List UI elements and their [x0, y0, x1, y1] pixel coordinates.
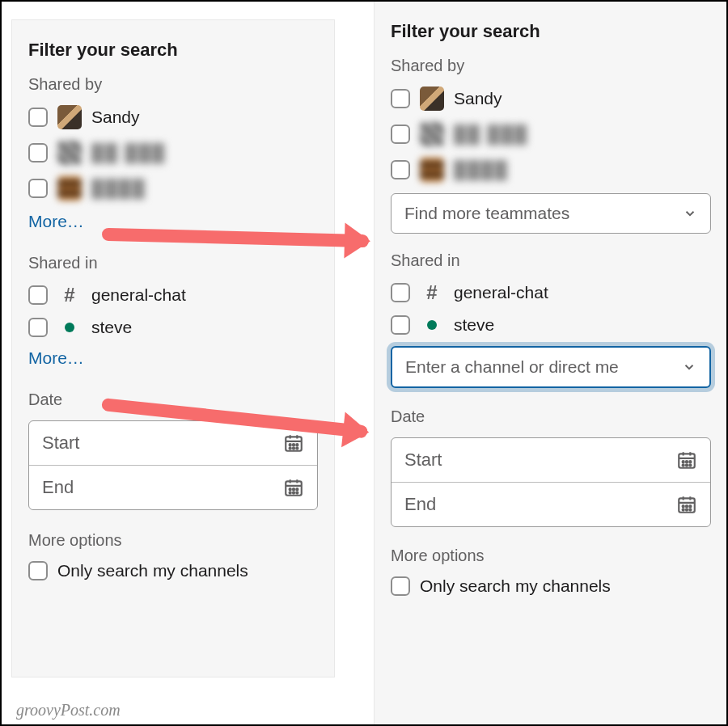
- checkbox[interactable]: [391, 125, 410, 144]
- svg-point-4: [290, 447, 291, 449]
- svg-point-20: [689, 464, 691, 466]
- checkbox[interactable]: [28, 179, 48, 198]
- channel-name: general-chat: [91, 285, 186, 305]
- calendar-icon: [283, 433, 304, 454]
- date-end-input[interactable]: End: [29, 465, 317, 509]
- hash-icon: #: [420, 281, 444, 304]
- checkbox[interactable]: [391, 89, 410, 108]
- checkbox[interactable]: [28, 285, 48, 305]
- checkbox[interactable]: [28, 143, 48, 163]
- date-end-placeholder: End: [42, 477, 74, 498]
- shared-by-label: Shared by: [391, 57, 711, 75]
- svg-point-5: [293, 447, 294, 449]
- checkbox[interactable]: [391, 160, 410, 179]
- chevron-down-icon: [682, 360, 696, 374]
- hash-icon: #: [57, 284, 82, 306]
- person-row[interactable]: Sandy: [391, 87, 711, 111]
- enter-channel-select[interactable]: Enter a channel or direct me: [391, 346, 711, 388]
- presence-dot-icon: [427, 320, 437, 330]
- svg-point-26: [686, 509, 688, 510]
- channel-row[interactable]: # general-chat: [28, 284, 318, 306]
- svg-point-16: [686, 461, 688, 462]
- checkbox[interactable]: [28, 318, 48, 337]
- person-name: Sandy: [454, 89, 502, 108]
- more-channels-link[interactable]: More…: [28, 348, 318, 368]
- calendar-icon: [676, 450, 697, 471]
- channel-name: general-chat: [454, 283, 548, 302]
- date-start-placeholder: Start: [42, 433, 79, 454]
- checkbox[interactable]: [28, 108, 48, 127]
- person-name: Sandy: [91, 108, 140, 127]
- svg-point-6: [296, 447, 298, 449]
- channel-row[interactable]: steve: [28, 318, 318, 337]
- date-start-input[interactable]: Start: [392, 438, 710, 482]
- shared-by-label: Shared by: [28, 75, 318, 94]
- calendar-icon: [676, 494, 697, 515]
- avatar: [57, 105, 82, 129]
- person-row[interactable]: ██ ███: [28, 141, 318, 165]
- filter-panel-collapsed: Filter your search Shared by Sandy ██ ██…: [11, 19, 335, 677]
- svg-point-24: [689, 505, 691, 507]
- avatar: [57, 141, 82, 165]
- svg-point-19: [686, 464, 688, 466]
- filter-panel-expanded: Filter your search Shared by Sandy ██ ██…: [374, 2, 728, 726]
- svg-point-1: [290, 444, 291, 445]
- svg-point-8: [290, 488, 291, 490]
- calendar-icon: [283, 477, 304, 498]
- person-row[interactable]: Sandy: [28, 105, 318, 129]
- more-options-label: More options: [28, 531, 318, 550]
- channel-name: steve: [454, 315, 494, 335]
- checkbox[interactable]: [28, 561, 48, 580]
- svg-point-27: [689, 509, 691, 510]
- only-my-channels-row[interactable]: Only search my channels: [28, 561, 318, 580]
- presence-dot-icon: [65, 323, 74, 332]
- svg-point-23: [686, 505, 688, 507]
- avatar: [420, 87, 444, 111]
- panel-heading: Filter your search: [391, 21, 711, 42]
- date-end-input[interactable]: End: [392, 482, 710, 526]
- date-range-group: Start End: [28, 420, 318, 510]
- svg-point-9: [293, 488, 294, 490]
- svg-point-17: [689, 461, 691, 462]
- more-people-link[interactable]: More…: [28, 212, 318, 231]
- date-end-placeholder: End: [404, 494, 436, 515]
- svg-point-13: [296, 492, 298, 493]
- person-row[interactable]: ████: [391, 158, 711, 182]
- person-row[interactable]: ████: [28, 176, 318, 200]
- more-options-label: More options: [391, 547, 711, 565]
- channel-name: steve: [91, 318, 132, 337]
- checkbox[interactable]: [391, 576, 410, 596]
- svg-point-12: [293, 492, 294, 493]
- channel-row[interactable]: steve: [391, 315, 711, 335]
- person-row[interactable]: ██ ███: [391, 122, 711, 146]
- date-label: Date: [391, 407, 711, 426]
- svg-point-2: [293, 444, 294, 445]
- date-start-placeholder: Start: [404, 450, 442, 471]
- find-more-teammates-select[interactable]: Find more teammates: [391, 193, 711, 234]
- select-placeholder: Enter a channel or direct me: [405, 357, 619, 377]
- checkbox[interactable]: [391, 315, 410, 335]
- only-my-channels-row[interactable]: Only search my channels: [391, 576, 711, 596]
- watermark: groovyPost.com: [16, 701, 121, 720]
- avatar: [420, 122, 444, 146]
- shared-in-label: Shared in: [391, 251, 711, 270]
- svg-point-3: [296, 444, 298, 445]
- shared-in-label: Shared in: [28, 254, 318, 272]
- chevron-down-icon: [683, 206, 697, 221]
- person-name: ████: [91, 179, 146, 198]
- channel-row[interactable]: # general-chat: [391, 281, 711, 304]
- person-name: ██ ███: [454, 125, 528, 144]
- svg-point-10: [296, 488, 298, 490]
- person-name: ██ ███: [91, 143, 166, 163]
- date-range-group: Start End: [391, 437, 711, 527]
- svg-point-22: [683, 505, 684, 507]
- svg-point-18: [683, 464, 684, 466]
- only-my-channels-label: Only search my channels: [420, 576, 611, 596]
- svg-point-25: [683, 509, 684, 510]
- svg-point-15: [683, 461, 684, 462]
- avatar: [57, 176, 82, 200]
- checkbox[interactable]: [391, 283, 410, 302]
- svg-point-11: [290, 492, 291, 493]
- avatar: [420, 158, 444, 182]
- only-my-channels-label: Only search my channels: [57, 561, 248, 580]
